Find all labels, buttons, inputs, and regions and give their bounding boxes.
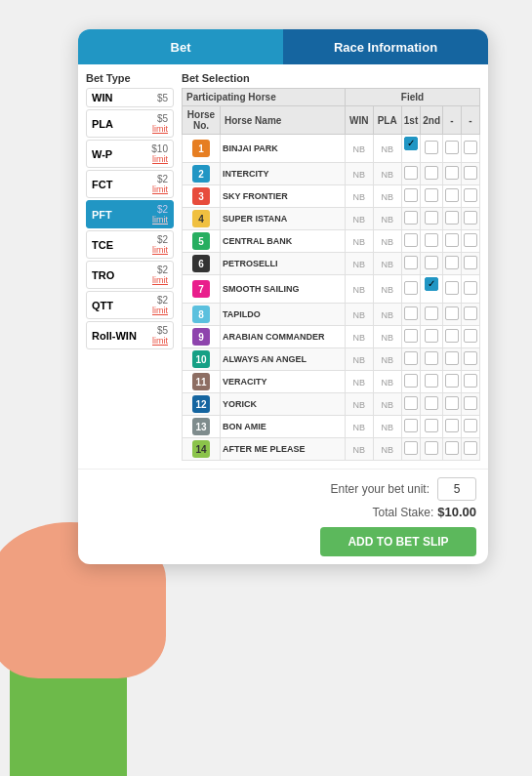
dash1-checkbox[interactable] (445, 396, 459, 410)
second-checkbox[interactable] (425, 306, 438, 320)
second-checkbox-cell[interactable]: ✓ (421, 275, 443, 304)
dash2-checkbox-cell[interactable] (462, 326, 480, 348)
first-checkbox[interactable] (404, 351, 418, 365)
dash2-checkbox-cell[interactable] (462, 416, 480, 438)
dash1-checkbox[interactable] (445, 211, 459, 225)
second-checkbox-cell[interactable] (421, 393, 443, 416)
bet-item-tro[interactable]: TRO $2 limit (86, 261, 174, 289)
dash2-checkbox-cell[interactable] (462, 371, 480, 393)
second-checkbox-cell[interactable] (421, 253, 443, 275)
second-checkbox-cell[interactable] (421, 326, 443, 348)
dash1-checkbox-cell[interactable] (443, 275, 462, 304)
first-checkbox[interactable] (404, 419, 418, 432)
dash1-checkbox[interactable] (445, 351, 459, 365)
second-checkbox[interactable] (425, 419, 438, 432)
first-checkbox[interactable] (404, 396, 418, 410)
dash2-checkbox[interactable] (464, 233, 477, 247)
second-checkbox[interactable] (425, 256, 438, 269)
dash1-checkbox-cell[interactable] (443, 304, 462, 326)
second-checkbox[interactable] (425, 188, 438, 202)
second-checkbox-cell[interactable] (421, 304, 443, 326)
second-checkbox-cell[interactable] (421, 208, 443, 230)
dash1-checkbox-cell[interactable] (443, 135, 462, 163)
first-checkbox[interactable] (404, 211, 418, 225)
first-checkbox-cell[interactable] (401, 275, 420, 304)
first-checkbox[interactable] (404, 256, 418, 269)
bet-unit-input[interactable]: 5 (437, 477, 476, 501)
first-checkbox-cell[interactable] (401, 185, 420, 208)
dash2-checkbox[interactable] (464, 419, 477, 432)
dash2-checkbox[interactable] (464, 188, 477, 202)
first-checkbox[interactable] (404, 166, 418, 180)
first-checkbox-cell[interactable] (401, 208, 420, 230)
bet-item-pft[interactable]: PFT $2 limit (86, 200, 174, 228)
dash2-checkbox[interactable] (464, 306, 477, 320)
dash2-checkbox-cell[interactable] (462, 275, 480, 304)
bet-item-rollwin[interactable]: Roll-WIN $5 limit (86, 321, 174, 349)
first-checkbox[interactable] (404, 374, 418, 388)
bet-item-wp[interactable]: W-P $10 limit (86, 140, 174, 168)
first-checkbox[interactable] (404, 188, 418, 202)
second-checkbox-cell[interactable] (421, 416, 443, 438)
second-checkbox[interactable] (425, 166, 438, 180)
dash2-checkbox[interactable] (464, 396, 477, 410)
bet-item-pla[interactable]: PLA $5 limit (86, 109, 174, 138)
dash1-checkbox-cell[interactable] (443, 185, 462, 208)
first-checkbox[interactable] (404, 306, 418, 320)
dash2-checkbox-cell[interactable] (462, 253, 480, 275)
second-checkbox-cell[interactable] (421, 135, 443, 163)
dash1-checkbox[interactable] (445, 441, 459, 455)
first-checkbox-cell[interactable] (401, 253, 420, 275)
second-checkbox[interactable] (425, 211, 438, 225)
dash1-checkbox[interactable] (445, 188, 459, 202)
first-checkbox-cell[interactable] (401, 438, 420, 461)
tab-bet[interactable]: Bet (78, 29, 283, 64)
second-checkbox-cell[interactable] (421, 348, 443, 371)
dash2-checkbox[interactable] (464, 281, 477, 295)
first-checkbox[interactable] (404, 233, 418, 247)
dash1-checkbox-cell[interactable] (443, 253, 462, 275)
second-checkbox[interactable] (425, 441, 438, 455)
bet-item-tce[interactable]: TCE $2 limit (86, 230, 174, 259)
dash2-checkbox[interactable] (464, 211, 477, 225)
first-checkbox[interactable] (404, 329, 418, 343)
first-checkbox-cell[interactable] (401, 163, 420, 185)
first-checkbox-cell[interactable] (401, 371, 420, 393)
dash2-checkbox[interactable] (464, 166, 477, 180)
dash1-checkbox[interactable] (445, 329, 459, 343)
first-checkbox[interactable]: ✓ (404, 137, 418, 150)
dash2-checkbox-cell[interactable] (462, 304, 480, 326)
second-checkbox[interactable]: ✓ (425, 277, 438, 291)
dash1-checkbox-cell[interactable] (443, 230, 462, 253)
dash1-checkbox[interactable] (445, 281, 459, 295)
second-checkbox-cell[interactable] (421, 230, 443, 253)
dash1-checkbox[interactable] (445, 374, 459, 388)
second-checkbox-cell[interactable] (421, 438, 443, 461)
second-checkbox[interactable] (425, 374, 438, 388)
first-checkbox-cell[interactable]: ✓ (401, 135, 420, 163)
second-checkbox[interactable] (425, 396, 438, 410)
dash1-checkbox-cell[interactable] (443, 416, 462, 438)
first-checkbox-cell[interactable] (401, 230, 420, 253)
dash1-checkbox-cell[interactable] (443, 163, 462, 185)
dash1-checkbox-cell[interactable] (443, 393, 462, 416)
dash1-checkbox[interactable] (445, 141, 459, 154)
first-checkbox-cell[interactable] (401, 326, 420, 348)
dash1-checkbox[interactable] (445, 256, 459, 269)
dash1-checkbox[interactable] (445, 166, 459, 180)
dash2-checkbox[interactable] (464, 374, 477, 388)
tab-race[interactable]: Race Information (283, 29, 488, 64)
dash2-checkbox[interactable] (464, 256, 477, 269)
second-checkbox[interactable] (425, 329, 438, 343)
bet-item-fct[interactable]: FCT $2 limit (86, 170, 174, 198)
dash2-checkbox[interactable] (464, 351, 477, 365)
first-checkbox-cell[interactable] (401, 348, 420, 371)
dash2-checkbox-cell[interactable] (462, 185, 480, 208)
dash2-checkbox-cell[interactable] (462, 393, 480, 416)
dash2-checkbox-cell[interactable] (462, 438, 480, 461)
first-checkbox-cell[interactable] (401, 416, 420, 438)
dash2-checkbox-cell[interactable] (462, 163, 480, 185)
dash2-checkbox[interactable] (464, 441, 477, 455)
dash1-checkbox-cell[interactable] (443, 371, 462, 393)
second-checkbox[interactable] (425, 233, 438, 247)
